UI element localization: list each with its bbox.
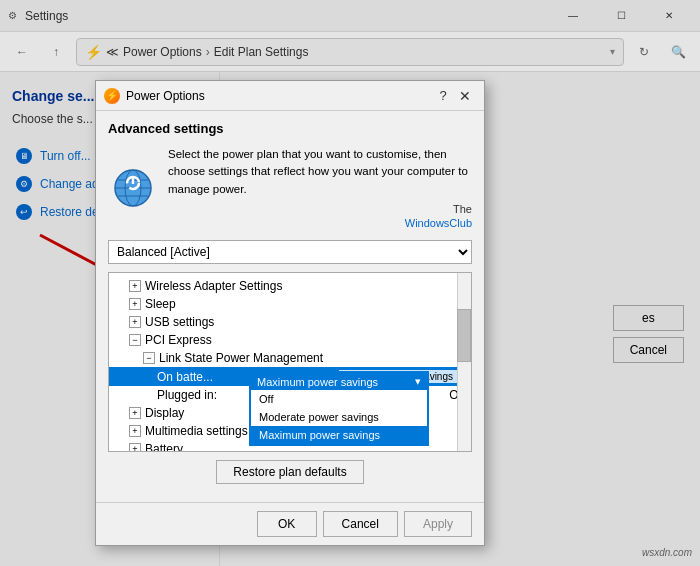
tree-item-pci[interactable]: − PCI Express: [109, 331, 471, 349]
tree-expander[interactable]: +: [129, 280, 141, 292]
watermark-line2: WindowsClub: [405, 217, 472, 229]
dialog-footer: OK Cancel Apply: [96, 502, 484, 545]
dialog-title: Power Options: [126, 89, 432, 103]
watermark-line1: The: [453, 203, 472, 215]
tree-expander-mm[interactable]: +: [129, 425, 141, 437]
tree-expander-pci[interactable]: −: [129, 334, 141, 346]
tree-item-wireless-label: Wireless Adapter Settings: [145, 279, 465, 293]
tree-item-usb[interactable]: + USB settings: [109, 313, 471, 331]
dropdown-option-maximum[interactable]: Maximum power savings: [251, 426, 427, 444]
tree-expander-sleep[interactable]: +: [129, 298, 141, 310]
dialog-titlebar: ⚡ Power Options ? ✕: [96, 81, 484, 111]
plan-dropdown[interactable]: Balanced [Active]: [108, 240, 472, 264]
tree-scrollbar-thumb[interactable]: [457, 309, 471, 362]
power-icon-area: [108, 146, 158, 230]
tree-item-sleep[interactable]: + Sleep: [109, 295, 471, 313]
ok-button[interactable]: OK: [257, 511, 317, 537]
tree-expander-usb[interactable]: +: [129, 316, 141, 328]
dropdown-option-off[interactable]: Off: [251, 390, 427, 408]
tree-item-link-state[interactable]: − Link State Power Management: [109, 349, 471, 367]
tree-item-sleep-label: Sleep: [145, 297, 465, 311]
tree-item-usb-label: USB settings: [145, 315, 465, 329]
restore-btn-row: Restore plan defaults: [108, 460, 472, 484]
restore-plan-button[interactable]: Restore plan defaults: [216, 460, 363, 484]
settings-tree[interactable]: + Wireless Adapter Settings + Sleep + US…: [108, 272, 472, 452]
power-options-dialog: ⚡ Power Options ? ✕ Advanced settings: [95, 80, 485, 546]
inline-dropdown-value: Maximum power savings: [257, 376, 378, 388]
power-globe-svg: [112, 167, 154, 209]
tree-item-pci-label: PCI Express: [145, 333, 465, 347]
plan-dropdown-row: Balanced [Active]: [108, 240, 472, 264]
tree-item-wireless[interactable]: + Wireless Adapter Settings: [109, 277, 471, 295]
inline-dropdown-chevron: ▾: [415, 375, 421, 388]
tree-expander-ls[interactable]: −: [143, 352, 155, 364]
tree-item-link-label: Link State Power Management: [159, 351, 465, 365]
tree-expander-bat[interactable]: +: [129, 443, 141, 452]
dialog-help-button[interactable]: ?: [432, 85, 454, 107]
advanced-settings-label: Advanced settings: [108, 121, 472, 136]
dialog-intro-text: Select the power plan that you want to c…: [168, 146, 472, 198]
apply-button[interactable]: Apply: [404, 511, 472, 537]
inline-dropdown-header: Maximum power savings ▾: [251, 373, 427, 390]
dialog-body: Advanced settings Select the power plan …: [96, 111, 484, 502]
tree-scrollbar[interactable]: [457, 273, 471, 451]
watermark-area: The WindowsClub: [168, 202, 472, 231]
dialog-intro: Select the power plan that you want to c…: [108, 146, 472, 230]
tree-expander-disp[interactable]: +: [129, 407, 141, 419]
inline-dropdown[interactable]: Maximum power savings ▾ Off Moderate pow…: [249, 371, 429, 446]
dialog-icon: ⚡: [104, 88, 120, 104]
dropdown-option-moderate[interactable]: Moderate power savings: [251, 408, 427, 426]
cancel-button[interactable]: Cancel: [323, 511, 398, 537]
dialog-close-button[interactable]: ✕: [454, 85, 476, 107]
